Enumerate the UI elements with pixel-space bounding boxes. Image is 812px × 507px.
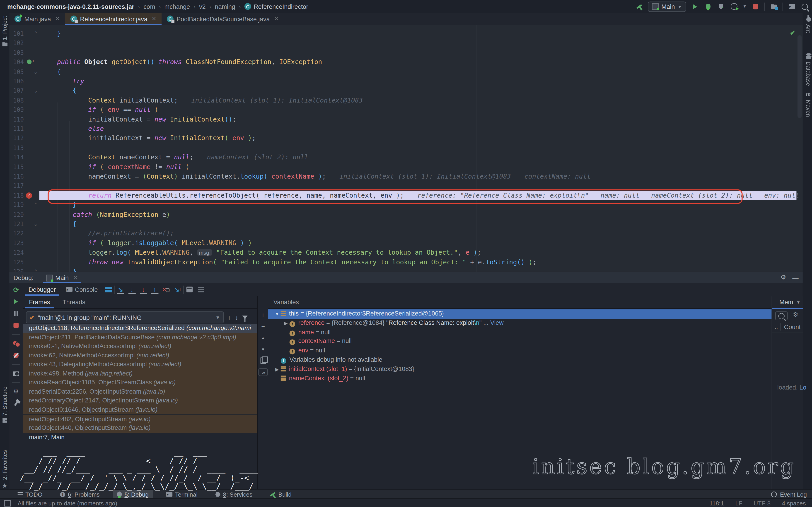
breakpoint-icon[interactable]: ✓ xyxy=(26,192,32,199)
memory-settings-icon[interactable]: ⚙ xyxy=(793,312,798,318)
pin-icon[interactable] xyxy=(12,400,20,407)
fold-marker-icon[interactable]: ⌄ xyxy=(34,67,37,76)
debug-button[interactable] xyxy=(704,2,712,11)
chevron-down-icon[interactable]: ▼ xyxy=(273,310,281,319)
frame-row[interactable]: readObject:482, ObjectInputStream (java.… xyxy=(23,415,257,424)
line-ending[interactable]: LF xyxy=(735,500,743,506)
line-number[interactable]: 107 xyxy=(9,86,24,96)
force-step-into-icon[interactable]: ↓ xyxy=(138,285,149,294)
frame-row[interactable]: invokeReadObject:1185, ObjectStreamClass… xyxy=(23,379,257,388)
move-up-icon[interactable]: ▲ xyxy=(259,334,267,342)
tab-frames[interactable]: Frames xyxy=(23,296,56,308)
next-frame-icon[interactable]: ↓ xyxy=(235,314,238,321)
thread-selector[interactable]: ✔ "main"@1 in group "main": RUNNING ▼ xyxy=(26,312,223,324)
run-anything-icon[interactable]: ▸ xyxy=(788,2,796,11)
line-number[interactable]: 104 xyxy=(9,57,24,67)
line-number[interactable]: 114 xyxy=(9,153,24,162)
coverage-icon[interactable] xyxy=(717,2,725,11)
toolwindow-button-services[interactable]: 8: Services xyxy=(211,490,257,499)
line-number[interactable]: 122 xyxy=(9,229,24,238)
close-icon[interactable]: ✕ xyxy=(152,16,156,22)
code-line-123[interactable]: 123 if ( logger.isLoggable( MLevel.WARNI… xyxy=(9,238,803,248)
frame-row[interactable]: invoke:43, DelegatingMethodAccessorImpl … xyxy=(23,360,257,369)
editor-tab[interactable]: CMain.java✕ xyxy=(9,13,65,25)
sidebar-item-database[interactable]: Database xyxy=(804,53,812,86)
code-line-118[interactable]: 118✓ return ReferenceableUtils.reference… xyxy=(9,191,803,200)
variable-row[interactable]: fname = null xyxy=(268,328,772,337)
variable-row[interactable]: ▶initialContext (slot_1) = {InitialConte… xyxy=(268,364,772,374)
frame-row[interactable]: readObject0:1646, ObjectInputStream (jav… xyxy=(23,406,257,415)
line-number[interactable]: 109 xyxy=(9,105,24,115)
profiler-icon[interactable] xyxy=(730,2,738,11)
run-config-select[interactable]: Main ▼ xyxy=(648,1,686,12)
hide-panel-icon[interactable]: — xyxy=(792,274,798,281)
code-line-104[interactable]: 104 public Object getObject() throws Cla… xyxy=(9,57,803,67)
code-line-111[interactable]: 111 else xyxy=(9,124,803,134)
line-number[interactable]: 125 xyxy=(9,257,24,267)
frame-row[interactable]: invoke:498, Method (java.lang.reflect) xyxy=(23,369,257,378)
line-number[interactable]: 117 xyxy=(9,181,24,191)
close-icon[interactable]: ✕ xyxy=(73,274,78,281)
variable-row[interactable]: iVariables debug info not available xyxy=(268,355,772,364)
sidebar-item-project[interactable]: 1: Project xyxy=(0,16,9,46)
toolwindow-button-problems[interactable]: !6: Problems xyxy=(56,490,104,499)
variable-row[interactable]: ▶freference = {Reference@1084} "Referenc… xyxy=(268,319,772,328)
event-log-button[interactable]: Event Log xyxy=(771,491,807,497)
frame-row[interactable]: readSerialData:2256, ObjectInputStream (… xyxy=(23,388,257,397)
layout-settings-icon[interactable] xyxy=(195,285,206,294)
code-line-110[interactable]: 110 initialContext = new InitialContext(… xyxy=(9,115,803,124)
code-line-126[interactable]: 126⌃ } xyxy=(9,267,803,272)
code-line-113[interactable]: 113 xyxy=(9,143,803,153)
project-structure-icon[interactable] xyxy=(770,2,778,11)
code-line-109[interactable]: 109 if ( env == null ) xyxy=(9,105,803,115)
inspections-ok-icon[interactable]: ✔ xyxy=(790,29,796,37)
evaluate-expression-icon[interactable] xyxy=(184,285,195,294)
code-line-124[interactable]: 124 logger.log( MLevel.WARNING, msg: "Fa… xyxy=(9,248,803,257)
frame-row[interactable]: invoke0:-1, NativeMethodAccessorImpl (su… xyxy=(23,342,257,351)
code-line-120[interactable]: 120 catch (NamingException e) xyxy=(9,210,803,219)
line-number[interactable]: 108 xyxy=(9,96,24,105)
variable-row[interactable]: ▼this = {ReferenceIndirector$ReferenceSe… xyxy=(268,309,772,319)
code-editor[interactable]: 101⌃ }102103104 public Object getObject(… xyxy=(9,25,803,272)
code-line-106[interactable]: 106 try xyxy=(9,76,803,86)
search-everywhere-icon[interactable] xyxy=(801,2,809,11)
line-number[interactable]: 121 xyxy=(9,219,24,229)
breadcrumb-segment[interactable]: mchange-commons-java-0.2.11-sources.jar xyxy=(7,3,134,10)
frame-row[interactable]: invoke:62, NativeMethodAccessorImpl (sun… xyxy=(23,351,257,360)
prev-frame-icon[interactable]: ↑ xyxy=(228,314,231,321)
line-number[interactable]: 120 xyxy=(9,210,24,219)
frame-row[interactable]: readOrdinaryObject:2147, ObjectInputStre… xyxy=(23,397,257,406)
line-number[interactable]: 101 xyxy=(9,29,24,39)
toolwindow-button-terminal[interactable]: ▸Terminal xyxy=(162,490,202,499)
show-watches-icon[interactable]: ∞ xyxy=(258,368,268,376)
code-line-103[interactable]: 103 xyxy=(9,48,803,57)
step-out-icon[interactable]: ↑ xyxy=(149,285,160,294)
fold-marker-icon[interactable]: ⌄ xyxy=(34,86,37,96)
toolwindow-button-todo[interactable]: TODO xyxy=(13,490,46,499)
sidebar-item-structure[interactable]: 7: Structure xyxy=(0,386,9,422)
breadcrumb-segment[interactable]: mchange xyxy=(164,3,190,10)
editor-scrollbar[interactable] xyxy=(798,35,802,118)
remove-watch-icon[interactable]: − xyxy=(259,323,267,330)
line-number[interactable]: 115 xyxy=(9,162,24,172)
drop-frame-icon[interactable]: ✕▢ xyxy=(160,285,172,294)
breadcrumb-segment[interactable]: com xyxy=(143,3,155,10)
sidebar-item-maven[interactable]: m Maven xyxy=(804,91,812,117)
pause-icon[interactable] xyxy=(12,310,20,317)
line-number[interactable]: 110 xyxy=(9,115,24,124)
chevron-right-icon[interactable]: ▶ xyxy=(273,365,281,374)
close-icon[interactable]: ✕ xyxy=(55,16,60,22)
line-number[interactable]: 118 xyxy=(9,191,24,200)
line-number[interactable]: 105 xyxy=(9,67,24,76)
code-line-117[interactable]: 117 xyxy=(9,181,803,191)
view-link[interactable]: View xyxy=(490,319,504,326)
debug-settings-icon[interactable]: ⚙ xyxy=(12,388,20,395)
editor-tab[interactable]: CReferenceIndirector.java✕ xyxy=(65,13,161,25)
toolwindow-button-build[interactable]: Build xyxy=(266,490,296,499)
breadcrumb-class[interactable]: ReferenceIndirector xyxy=(254,3,308,10)
breadcrumb-segment[interactable]: naming xyxy=(215,3,235,10)
tab-memory[interactable]: Mem ▼ xyxy=(772,296,803,309)
rerun-icon[interactable]: ⟳ xyxy=(12,286,20,293)
indent-setting[interactable]: 4 spaces xyxy=(782,500,806,506)
override-method-icon[interactable] xyxy=(27,60,32,64)
